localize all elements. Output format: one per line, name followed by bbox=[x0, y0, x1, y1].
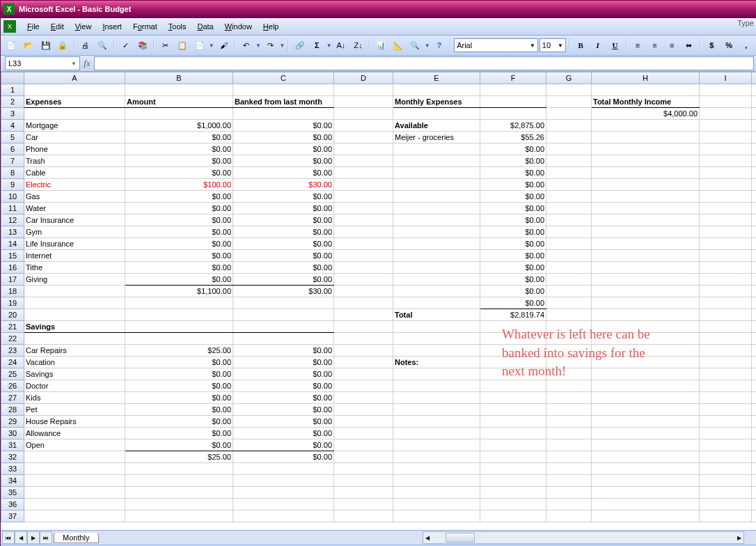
cell-B22[interactable] bbox=[125, 333, 233, 345]
redo-icon[interactable]: ↷ bbox=[262, 37, 278, 54]
col-header-A[interactable]: A bbox=[24, 72, 125, 84]
cell-H19[interactable] bbox=[592, 297, 700, 309]
cell-H7[interactable] bbox=[592, 155, 700, 167]
cell-B9[interactable]: $100.00 bbox=[125, 179, 233, 191]
row-header-29[interactable]: 29 bbox=[1, 416, 24, 428]
row-header-17[interactable]: 17 bbox=[1, 274, 24, 286]
cell-F29[interactable] bbox=[480, 416, 546, 428]
cell-G22[interactable] bbox=[546, 333, 592, 345]
cell-G29[interactable] bbox=[546, 416, 592, 428]
currency-icon[interactable]: $ bbox=[704, 37, 720, 54]
cell-H8[interactable] bbox=[592, 167, 700, 179]
cell-F17[interactable]: $0.00 bbox=[480, 274, 546, 286]
cell-A20[interactable] bbox=[24, 309, 125, 321]
row-header-2[interactable]: 2 bbox=[1, 96, 24, 108]
cell-F7[interactable]: $0.00 bbox=[480, 155, 546, 167]
cell-F28[interactable] bbox=[480, 404, 546, 416]
cell-D2[interactable] bbox=[334, 96, 393, 108]
cell-F26[interactable] bbox=[480, 380, 546, 392]
cell-J28[interactable] bbox=[752, 404, 757, 416]
cell-H1[interactable] bbox=[592, 84, 700, 96]
col-header-H[interactable]: H bbox=[592, 72, 700, 84]
menu-insert[interactable]: Insert bbox=[97, 20, 127, 33]
cell-F14[interactable]: $0.00 bbox=[480, 238, 546, 250]
cell-B33[interactable] bbox=[125, 463, 233, 475]
cell-E25[interactable] bbox=[393, 368, 480, 380]
cell-D10[interactable] bbox=[334, 191, 393, 203]
cell-J20[interactable] bbox=[752, 309, 757, 321]
cell-E31[interactable] bbox=[393, 439, 480, 451]
cell-H17[interactable] bbox=[592, 274, 700, 286]
cell-I12[interactable] bbox=[700, 214, 752, 226]
chart-icon[interactable]: 📊 bbox=[373, 37, 389, 54]
cell-F23[interactable] bbox=[480, 345, 546, 357]
cell-H26[interactable] bbox=[592, 380, 700, 392]
cell-E36[interactable] bbox=[393, 499, 480, 510]
cell-E14[interactable] bbox=[393, 238, 480, 250]
cell-A15[interactable]: Internet bbox=[24, 250, 125, 262]
cell-A1[interactable] bbox=[24, 84, 125, 96]
cell-D4[interactable] bbox=[334, 120, 393, 132]
cell-D6[interactable] bbox=[334, 143, 393, 155]
cell-C13[interactable]: $0.00 bbox=[233, 226, 334, 238]
cell-G17[interactable] bbox=[546, 274, 592, 286]
cell-E28[interactable] bbox=[393, 404, 480, 416]
cell-G12[interactable] bbox=[546, 214, 592, 226]
cell-G24[interactable] bbox=[546, 357, 592, 368]
cell-C30[interactable]: $0.00 bbox=[233, 428, 334, 439]
cell-A19[interactable] bbox=[24, 297, 125, 309]
col-header-E[interactable]: E bbox=[393, 72, 480, 84]
cell-B10[interactable]: $0.00 bbox=[125, 191, 233, 203]
cell-D31[interactable] bbox=[334, 439, 393, 451]
underline-icon[interactable]: U bbox=[607, 37, 623, 54]
cell-I16[interactable] bbox=[700, 262, 752, 274]
cell-A2[interactable]: Expenses bbox=[24, 96, 125, 108]
cell-A11[interactable]: Water bbox=[24, 203, 125, 214]
cell-A18[interactable] bbox=[24, 286, 125, 297]
row-header-9[interactable]: 9 bbox=[1, 179, 24, 191]
cell-F19[interactable]: $0.00 bbox=[480, 297, 546, 309]
cell-A21[interactable]: Savings bbox=[24, 321, 125, 333]
row-header-33[interactable]: 33 bbox=[1, 463, 24, 475]
row-header-26[interactable]: 26 bbox=[1, 380, 24, 392]
cell-G4[interactable] bbox=[546, 120, 592, 132]
cell-E23[interactable] bbox=[393, 345, 480, 357]
cell-F32[interactable] bbox=[480, 451, 546, 463]
col-header-G[interactable]: G bbox=[546, 72, 592, 84]
cell-I24[interactable] bbox=[700, 357, 752, 368]
cell-C5[interactable]: $0.00 bbox=[233, 132, 334, 143]
cell-A22[interactable] bbox=[24, 333, 125, 345]
research-icon[interactable]: 📚 bbox=[134, 37, 150, 54]
cell-E19[interactable] bbox=[393, 297, 480, 309]
cell-D11[interactable] bbox=[334, 203, 393, 214]
col-header-I[interactable]: I bbox=[700, 72, 752, 84]
row-header-35[interactable]: 35 bbox=[1, 487, 24, 499]
cell-H3[interactable]: $4,000.00 bbox=[592, 108, 700, 120]
tab-last-icon[interactable]: ⏭ bbox=[40, 531, 52, 544]
cell-G7[interactable] bbox=[546, 155, 592, 167]
cell-D23[interactable] bbox=[334, 345, 393, 357]
cell-H25[interactable] bbox=[592, 368, 700, 380]
cell-G35[interactable] bbox=[546, 487, 592, 499]
cell-I25[interactable] bbox=[700, 368, 752, 380]
cell-C22[interactable] bbox=[233, 333, 334, 345]
preview-icon[interactable]: 🔍 bbox=[95, 37, 111, 54]
cell-D21[interactable] bbox=[334, 321, 393, 333]
cell-G32[interactable] bbox=[546, 451, 592, 463]
fx-icon[interactable]: fx bbox=[80, 58, 94, 69]
new-icon[interactable]: 📄 bbox=[3, 37, 19, 54]
cell-I20[interactable] bbox=[700, 309, 752, 321]
cell-I8[interactable] bbox=[700, 167, 752, 179]
cell-I2[interactable] bbox=[700, 96, 752, 108]
cell-G21[interactable] bbox=[546, 321, 592, 333]
cell-H34[interactable] bbox=[592, 475, 700, 487]
cell-A10[interactable]: Gas bbox=[24, 191, 125, 203]
cell-A29[interactable]: House Repairs bbox=[24, 416, 125, 428]
comma-icon[interactable]: , bbox=[738, 37, 754, 54]
help-icon[interactable]: ? bbox=[432, 37, 448, 54]
cell-J6[interactable] bbox=[752, 143, 757, 155]
cell-H15[interactable] bbox=[592, 250, 700, 262]
cell-D18[interactable] bbox=[334, 286, 393, 297]
cell-G27[interactable] bbox=[546, 392, 592, 404]
cell-D16[interactable] bbox=[334, 262, 393, 274]
